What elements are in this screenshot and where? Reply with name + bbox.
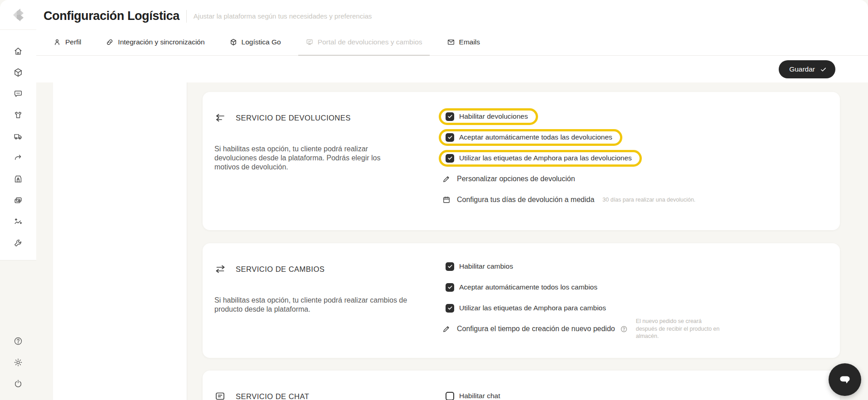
checkbox-checked[interactable] [446, 283, 454, 292]
options-list: Habilitar chat [446, 386, 500, 400]
section-devoluciones-header: SERVICIO DE DEVOLUCIONES [214, 112, 351, 123]
configurar-tiempo-link[interactable]: Configura el tiempo de creación de nuevo… [457, 325, 615, 333]
checkbox-checked[interactable] [446, 154, 454, 163]
option-row: Personalizar opciones de devolución [442, 169, 695, 189]
option-row: Utilizar las etiquetas de Amphora para c… [446, 298, 722, 318]
header: Configuración Logística Ajustar la plata… [36, 0, 868, 56]
checkbox-checked[interactable] [446, 304, 454, 313]
checkbox-checked[interactable] [446, 112, 454, 121]
chat-icon[interactable] [13, 89, 23, 99]
truck-icon[interactable] [13, 131, 23, 141]
tshirt-icon[interactable] [13, 110, 23, 120]
tab-label: Integración y sincronización [118, 38, 204, 46]
redo-arrow-icon[interactable] [13, 153, 23, 163]
section-description: Si habilitas esta opción, tu cliente pod… [214, 296, 424, 314]
option-row: Habilitar chat [446, 386, 500, 400]
option-label: Utilizar las etiquetas de Amphora para c… [459, 304, 606, 312]
help-icon[interactable] [13, 336, 23, 346]
person-icon [53, 38, 61, 46]
store-icon[interactable] [13, 174, 23, 184]
option-habilitar-cambios[interactable]: Habilitar cambios [446, 262, 513, 271]
speech-bubble-icon [837, 372, 853, 387]
section-devoluciones: SERVICIO DE DEVOLUCIONES Si habilitas es… [203, 92, 840, 230]
option-label: Aceptar automáticamente todas las devolu… [459, 133, 612, 141]
sidebar [0, 0, 37, 260]
page-title: Configuración Logística [44, 9, 179, 23]
option-label: Habilitar devoluciones [459, 112, 528, 120]
option-row: Aceptar automáticamente todos los cambio… [446, 277, 722, 298]
tab-portal-devoluciones[interactable]: Portal de devoluciones y cambios [305, 29, 422, 55]
checkbox-unchecked[interactable] [446, 392, 454, 400]
tab-perfil[interactable]: Perfil [53, 29, 81, 55]
monitor-chart-icon [305, 38, 314, 46]
option-row: Habilitar devoluciones [446, 106, 695, 127]
pencil-icon [442, 174, 451, 183]
option-row: Configura tus días de devolución a medid… [442, 189, 695, 210]
checkbox-checked[interactable] [446, 133, 454, 142]
section-cambios-header: SERVICIO DE CAMBIOS [214, 264, 325, 275]
option-row: Configura el tiempo de creación de nuevo… [442, 318, 722, 339]
options-list: Habilitar devoluciones Aceptar automátic… [446, 106, 695, 210]
tab-logistica-go[interactable]: Logística Go [229, 29, 281, 55]
logo[interactable] [0, 0, 36, 30]
analytics-icon[interactable] [13, 217, 23, 227]
tab-bar: Perfil Integración y sincronización Logí… [53, 29, 480, 55]
sidebar-nav [0, 30, 36, 248]
option-aceptar-devoluciones[interactable]: Aceptar automáticamente todas las devolu… [439, 129, 622, 146]
personalizar-opciones-link[interactable]: Personalizar opciones de devolución [457, 175, 575, 183]
tab-label: Emails [459, 38, 480, 46]
link-icon [106, 38, 114, 46]
option-aceptar-cambios[interactable]: Aceptar automáticamente todos los cambio… [446, 283, 597, 292]
app-root: Configuración Logística Ajustar la plata… [0, 0, 868, 400]
section-title: SERVICIO DE DEVOLUCIONES [236, 114, 351, 122]
header-title-row: Configuración Logística Ajustar la plata… [36, 0, 868, 23]
tab-label: Logística Go [242, 38, 281, 46]
section-chat-header: SERVICIO DE CHAT [214, 391, 309, 400]
configurar-dias-link[interactable]: Configura tus días de devolución a medid… [457, 196, 594, 204]
cards-icon[interactable] [13, 195, 23, 205]
sidebar-bottom [0, 336, 36, 389]
option-etiquetas-cambios[interactable]: Utilizar las etiquetas de Amphora para c… [446, 304, 606, 313]
section-title: SERVICIO DE CAMBIOS [236, 265, 325, 274]
option-label: Habilitar chat [459, 392, 500, 400]
check-icon [447, 155, 453, 161]
settings-icon[interactable] [13, 357, 23, 367]
option-habilitar-devoluciones[interactable]: Habilitar devoluciones [439, 108, 538, 125]
checkbox-checked[interactable] [446, 262, 454, 271]
option-label: Habilitar cambios [459, 262, 513, 270]
amphora-logo-icon [10, 6, 27, 24]
check-icon [447, 305, 453, 311]
option-habilitar-chat[interactable]: Habilitar chat [446, 392, 500, 400]
exchange-arrows-icon [214, 264, 226, 275]
options-list: Habilitar cambios Aceptar automáticament… [446, 256, 722, 339]
chat-lines-icon [214, 391, 226, 400]
option-row: Aceptar automáticamente todas las devolu… [446, 127, 695, 148]
title-divider [186, 10, 187, 23]
calendar-icon [442, 195, 451, 204]
check-icon [447, 284, 453, 290]
option-etiquetas-devoluciones[interactable]: Utilizar las etiquetas de Amphora para l… [439, 150, 642, 167]
section-title: SERVICIO DE CHAT [236, 392, 309, 400]
option-label: Utilizar las etiquetas de Amphora para l… [459, 154, 632, 162]
chat-fab-button[interactable] [829, 363, 861, 396]
page-subtitle: Ajustar la plataforma según tus necesida… [194, 12, 372, 20]
question-circle-icon[interactable] [620, 325, 628, 333]
save-button[interactable]: Guardar [779, 60, 835, 78]
check-icon [447, 135, 453, 140]
home-icon[interactable] [13, 46, 23, 56]
package-icon[interactable] [13, 67, 23, 77]
section-cambios: SERVICIO DE CAMBIOS Si habilitas esta op… [203, 243, 840, 358]
power-icon[interactable] [13, 379, 23, 389]
tab-label: Perfil [65, 38, 81, 46]
check-icon [820, 66, 827, 73]
left-subpanel [53, 82, 187, 400]
tab-integracion[interactable]: Integración y sincronización [106, 29, 204, 55]
pencil-icon [442, 324, 451, 333]
dias-note: 30 días para realizar una devolución. [602, 196, 695, 204]
main-content: SERVICIO DE DEVOLUCIONES Si habilitas es… [36, 82, 868, 400]
option-row: Utilizar las etiquetas de Amphora para l… [446, 148, 695, 169]
wrench-icon[interactable] [13, 238, 23, 248]
toolbar: Guardar [36, 56, 868, 83]
tab-emails[interactable]: Emails [447, 29, 480, 55]
envelope-icon [447, 38, 455, 46]
